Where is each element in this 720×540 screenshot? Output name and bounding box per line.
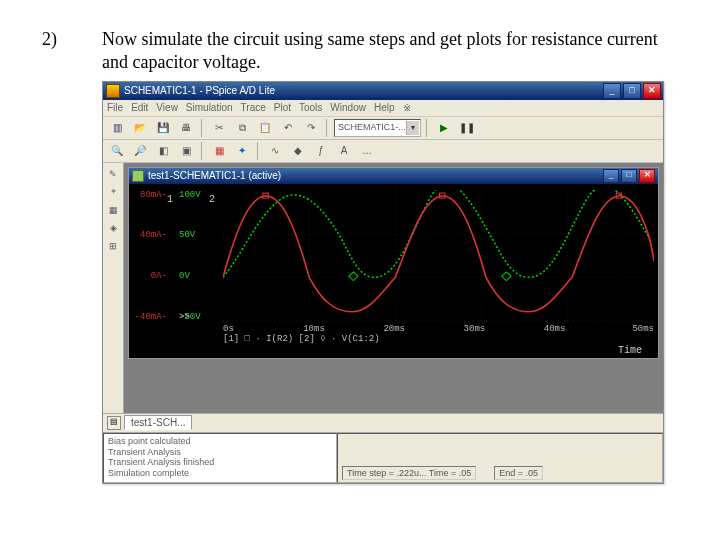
svg-rect-10 [349, 272, 358, 281]
maximize-button[interactable]: □ [623, 83, 641, 99]
pause-icon[interactable]: ❚❚ [457, 118, 477, 138]
zoom-in-icon[interactable]: 🔍 [107, 141, 127, 161]
menu-window[interactable]: Window [330, 102, 366, 113]
toolbar-separator [257, 142, 260, 160]
plot-area[interactable]: 1 2 80mA- 40mA- 0A- -40mA- 100V 50V 0V [129, 184, 658, 344]
toolbar-separator [201, 142, 204, 160]
trace-legend: [1] □ · I(R2) [2] ◊ · V(C1:2) [223, 334, 654, 344]
cursor-icon[interactable]: ✦ [232, 141, 252, 161]
sidebar-tool-1[interactable]: ✎ [106, 167, 120, 181]
more-icon[interactable]: … [357, 141, 377, 161]
trace-icon[interactable]: ∿ [265, 141, 285, 161]
save-icon[interactable]: 💾 [153, 118, 173, 138]
sidebar-tool-2[interactable]: ⌖ [106, 185, 120, 199]
y1-tick: 40mA- [131, 230, 167, 240]
new-icon[interactable]: ▥ [107, 118, 127, 138]
plot-maximize-button[interactable]: □ [621, 169, 637, 183]
plot-icon [132, 170, 144, 182]
cut-icon[interactable]: ✂ [209, 118, 229, 138]
toolbar-separator [326, 119, 329, 137]
menu-plot[interactable]: Plot [274, 102, 291, 113]
menu-help[interactable]: Help [374, 102, 395, 113]
zoom-area-icon[interactable]: ◧ [153, 141, 173, 161]
x-axis-label: Time [129, 344, 658, 358]
log-line: Transient Analysis finished [108, 457, 332, 468]
status-end: End = .05 [494, 466, 543, 480]
toolbar-zoom: 🔍 🔎 ◧ ▣ ▦ ✦ ∿ ◆ ƒ A … [103, 140, 663, 163]
open-icon[interactable]: 📂 [130, 118, 150, 138]
zoom-out-icon[interactable]: 🔎 [130, 141, 150, 161]
instruction-text: Now simulate the circuit using same step… [102, 28, 678, 75]
left-sidebar: ✎ ⌖ ▦ ◈ ⊞ [103, 163, 124, 413]
menu-trace[interactable]: Trace [241, 102, 266, 113]
main-area: test1-SCHEMATIC1-1 (active) _ □ ✕ 1 2 80… [124, 163, 663, 413]
redo-icon[interactable]: ↷ [301, 118, 321, 138]
eval-icon[interactable]: ƒ [311, 141, 331, 161]
status-time-step: Time step = .222u... Time = .05 [342, 466, 476, 480]
x-axis-ticks: 0s 10ms 20ms 30ms 40ms 50ms [223, 324, 654, 334]
toolbar-file: ▥ 📂 💾 🖶 ✂ ⧉ 📋 ↶ ↷ SCHEMATIC1-... ▶ ❚❚ [103, 117, 663, 140]
axis-1-label: 1 [167, 194, 173, 205]
x-tick: 10ms [303, 324, 383, 334]
y-axis-2-ticks: 100V 50V 0V -50V [179, 190, 207, 322]
y1-tick: 0A- [131, 271, 167, 281]
text-icon[interactable]: A [334, 141, 354, 161]
log-line: Simulation complete [108, 468, 332, 479]
x-tick: 30ms [464, 324, 544, 334]
toolbar-separator [426, 119, 429, 137]
axis-selector[interactable]: >> [179, 312, 190, 322]
menu-tools[interactable]: Tools [299, 102, 322, 113]
x-tick: 40ms [544, 324, 624, 334]
sheet-tab[interactable]: test1-SCH... [124, 415, 192, 430]
log-toggle-icon[interactable]: ▦ [209, 141, 229, 161]
y-axis-1-ticks: 80mA- 40mA- 0A- -40mA- [131, 190, 167, 322]
plot-minimize-button[interactable]: _ [603, 169, 619, 183]
plot-window: test1-SCHEMATIC1-1 (active) _ □ ✕ 1 2 80… [128, 167, 659, 359]
log-line: Transient Analysis [108, 447, 332, 458]
x-tick: 20ms [383, 324, 463, 334]
paste-icon[interactable]: 📋 [255, 118, 275, 138]
schematic-combo[interactable]: SCHEMATIC1-... [334, 119, 421, 137]
sidebar-tool-3[interactable]: ▦ [106, 203, 120, 217]
app-body: ✎ ⌖ ▦ ◈ ⊞ test1-SCHEMATIC1-1 (active) _ … [103, 163, 663, 413]
print-icon[interactable]: 🖶 [176, 118, 196, 138]
plot-titlebar[interactable]: test1-SCHEMATIC1-1 (active) _ □ ✕ [129, 168, 658, 184]
menu-file[interactable]: File [107, 102, 123, 113]
svg-rect-11 [502, 272, 511, 281]
sidebar-tool-5[interactable]: ⊞ [106, 239, 120, 253]
zoom-fit-icon[interactable]: ▣ [176, 141, 196, 161]
y1-tick: 80mA- [131, 190, 167, 200]
app-icon [106, 84, 120, 98]
y1-tick: -40mA- [131, 312, 167, 322]
undo-icon[interactable]: ↶ [278, 118, 298, 138]
sidebar-tool-4[interactable]: ◈ [106, 221, 120, 235]
menu-edit[interactable]: Edit [131, 102, 148, 113]
status-row: Bias point calculated Transient Analysis… [103, 432, 663, 483]
titlebar[interactable]: SCHEMATIC1-1 - PSpice A/D Lite _ □ ✕ [103, 82, 663, 100]
status-pane: Time step = .222u... Time = .05 End = .0… [337, 433, 663, 483]
window-title: SCHEMATIC1-1 - PSpice A/D Lite [124, 85, 601, 96]
menu-extra-icon[interactable]: ※ [403, 102, 411, 113]
axis-2-label: 2 [209, 194, 215, 205]
y2-tick: 100V [179, 190, 207, 200]
output-log[interactable]: Bias point calculated Transient Analysis… [103, 433, 337, 483]
menubar: File Edit View Simulation Trace Plot Too… [103, 100, 663, 117]
close-button[interactable]: ✕ [643, 83, 661, 99]
copy-icon[interactable]: ⧉ [232, 118, 252, 138]
minimize-button[interactable]: _ [603, 83, 621, 99]
run-icon[interactable]: ▶ [434, 118, 454, 138]
instruction-number: 2) [42, 28, 102, 75]
waveform-chart[interactable] [223, 190, 654, 322]
sheet-tabstrip: ▤ test1-SCH... [103, 413, 663, 432]
pspice-window: SCHEMATIC1-1 - PSpice A/D Lite _ □ ✕ Fil… [102, 81, 664, 484]
toolbar-separator [201, 119, 204, 137]
marker-icon[interactable]: ◆ [288, 141, 308, 161]
sheet-icon[interactable]: ▤ [107, 416, 121, 430]
log-line: Bias point calculated [108, 436, 332, 447]
menu-view[interactable]: View [156, 102, 178, 113]
y2-tick: 50V [179, 230, 207, 240]
plot-close-button[interactable]: ✕ [639, 169, 655, 183]
y2-tick: 0V [179, 271, 207, 281]
menu-simulation[interactable]: Simulation [186, 102, 233, 113]
x-tick: 0s [223, 324, 303, 334]
